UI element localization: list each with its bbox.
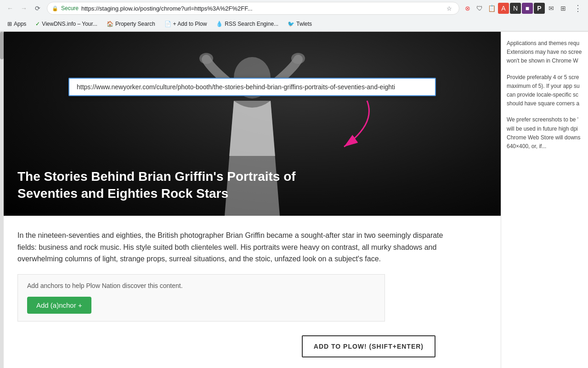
extension-icon-4[interactable]: A (498, 3, 509, 14)
forward-icon: → (21, 5, 27, 12)
sidebar-block-3: We prefer screenshots to be ' will be us… (507, 115, 582, 151)
add-to-plow-button[interactable]: ADD TO PLOW! (SHIFT+ENTER) (302, 335, 435, 357)
svg-point-2 (291, 53, 305, 64)
bookmark-apps-label: Apps (14, 21, 26, 27)
bookmark-twlets-label: Twlets (296, 21, 312, 27)
twlets-icon: 🐦 (288, 21, 294, 27)
rss-icon: 💧 (216, 21, 223, 27)
bookmark-rss-label: RSS Search Engine... (225, 21, 278, 27)
extension-icon-9[interactable]: ⊞ (558, 3, 569, 14)
article-paragraph: In the nineteen-seventies and eighties, … (17, 230, 449, 265)
document-icon: 📄 (164, 21, 171, 27)
bookmark-rss[interactable]: 💧 RSS Search Engine... (212, 19, 282, 29)
article-url-input[interactable] (68, 78, 436, 96)
bookmark-star-button[interactable]: ☆ (444, 3, 454, 13)
bookmarks-bar: ⊞ Apps ✓ ViewDNS.info – Your... 🏠 Proper… (0, 17, 588, 31)
bookmark-plow-label: + Add to Plow (173, 21, 207, 27)
reload-icon: ⟳ (35, 5, 40, 12)
url-input-overlay (68, 78, 436, 96)
apps-grid-icon: ⊞ (7, 21, 12, 27)
bookmark-viewdns-label: ViewDNS.info – Your... (42, 21, 97, 27)
check-icon: ✓ (35, 21, 40, 27)
hero-text: The Stories Behind Brian Griffin's Portr… (4, 159, 353, 216)
anchor-prompt-text: Add anchors to help Plow Nation discover… (27, 282, 375, 289)
left-scrollbar[interactable] (0, 32, 4, 368)
extension-icon-7[interactable]: P (534, 3, 545, 14)
sidebar-block-2: Provide preferably 4 or 5 scre maximum o… (507, 73, 582, 109)
svg-point-1 (199, 53, 213, 64)
bookmark-apps[interactable]: ⊞ Apps (4, 19, 30, 29)
back-icon: ← (7, 5, 13, 12)
bookmark-property-label: Property Search (115, 21, 155, 27)
add-to-plow-container: ADD TO PLOW! (SHIFT+ENTER) (17, 331, 449, 362)
hero-section: The Stories Behind Brian Griffin's Portr… (4, 32, 501, 216)
extension-icon-3[interactable]: 📋 (486, 3, 497, 14)
secure-label: Secure (61, 5, 79, 12)
house-icon: 🏠 (107, 21, 113, 27)
lock-icon: 🔒 (52, 6, 58, 12)
menu-dots-icon: ⋮ (574, 3, 582, 13)
extension-icon-6[interactable]: ■ (522, 3, 533, 14)
chrome-menu-button[interactable]: ⋮ (571, 2, 584, 15)
forward-button[interactable]: → (17, 2, 30, 15)
reload-button[interactable]: ⟳ (31, 2, 44, 15)
address-display: https://staging.plow.io/posting/chrome?u… (81, 5, 441, 12)
back-button[interactable]: ← (4, 2, 17, 15)
extension-icon-5[interactable]: N (510, 3, 521, 14)
anchor-box: Add anchors to help Plow Nation discover… (17, 274, 385, 322)
extension-icon-1[interactable]: ⊗ (462, 3, 473, 14)
extension-icon-8[interactable]: ✉ (546, 3, 557, 14)
add-anchor-button[interactable]: Add (a)nchor + (27, 297, 91, 314)
sidebar-block-1: Applications and themes requ Extensions … (507, 39, 582, 66)
article-body: In the nineteen-seventies and eighties, … (4, 216, 463, 368)
bookmark-twlets[interactable]: 🐦 Twlets (284, 19, 316, 29)
bookmark-property-search[interactable]: 🏠 Property Search (103, 19, 159, 29)
article-title: The Stories Behind Brian Griffin's Portr… (17, 168, 339, 202)
webpage-content: The Stories Behind Brian Griffin's Portr… (4, 32, 501, 368)
extension-icon-2[interactable]: 🛡 (474, 3, 485, 14)
scrollbar-thumb[interactable] (0, 32, 4, 59)
address-bar[interactable]: 🔒 Secure https://staging.plow.io/posting… (47, 2, 459, 15)
bookmark-add-to-plow[interactable]: 📄 + Add to Plow (161, 19, 211, 29)
right-sidebar: Applications and themes requ Extensions … (501, 32, 588, 368)
bookmark-viewdns[interactable]: ✓ ViewDNS.info – Your... (32, 19, 101, 29)
